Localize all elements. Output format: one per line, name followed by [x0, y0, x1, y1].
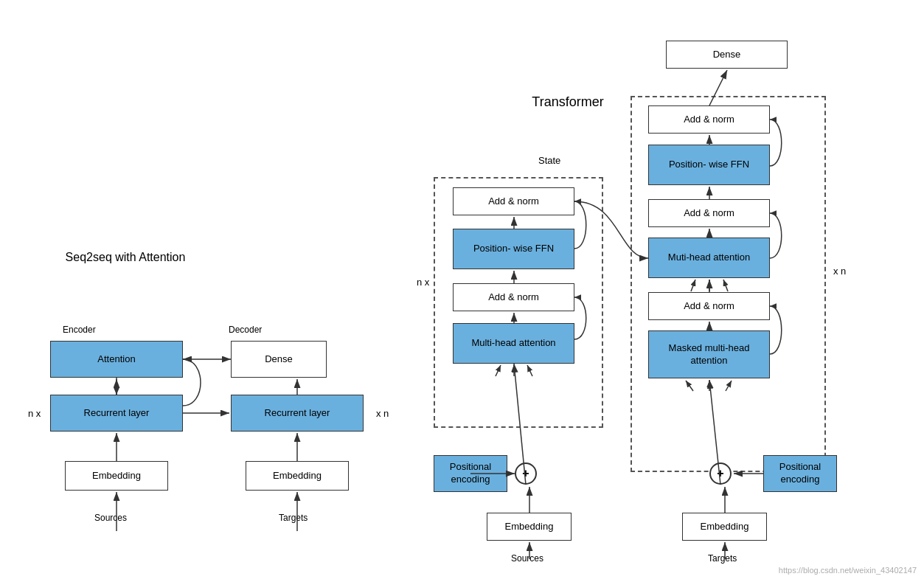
dec-add-norm3: Add & norm [648, 105, 770, 134]
enc-position-ffn: Position- wise FFN [453, 229, 574, 269]
embedding-enc: Embedding [65, 461, 168, 491]
diagram-container: Seq2seq with Attention Encoder Decoder n… [0, 0, 924, 582]
dec-embedding: Embedding [682, 513, 767, 541]
dec-multi-head: Muti-head attention [648, 238, 770, 278]
enc-embedding: Embedding [487, 513, 572, 541]
state-label: State [538, 155, 560, 166]
dec-positional: Positional encoding [763, 455, 837, 492]
seq2seq-sources: Sources [94, 513, 127, 523]
recurrent-dec: Recurrent layer [231, 395, 364, 432]
watermark: https://blog.csdn.net/weixin_43402147 [779, 566, 917, 575]
enc-positional: Positional encoding [434, 455, 507, 492]
embedding-dec: Embedding [246, 461, 349, 491]
recurrent-enc: Recurrent layer [50, 395, 183, 432]
decoder-label: Decoder [229, 325, 262, 335]
dec-add-norm1: Add & norm [648, 292, 770, 320]
dec-dense: Dense [666, 41, 788, 69]
enc-add-norm1: Add & norm [453, 283, 574, 311]
transformer-xn: x n [833, 266, 846, 277]
seq2seq-nx: n x [28, 408, 41, 419]
transformer-targets: Targets [708, 553, 737, 564]
transformer-sources: Sources [511, 553, 543, 564]
encoder-label: Encoder [63, 325, 96, 335]
seq2seq-dense: Dense [231, 341, 327, 378]
dec-add-norm2: Add & norm [648, 199, 770, 227]
seq2seq-xn: x n [376, 408, 389, 419]
enc-plus-circle: + [515, 463, 537, 485]
dec-masked-multi-head: Masked multi-head attention [648, 330, 770, 378]
enc-add-norm2: Add & norm [453, 187, 574, 215]
attention-box: Attention [50, 341, 183, 378]
transformer-title: Transformer [494, 94, 642, 110]
transformer-nx: n x [417, 277, 429, 288]
seq2seq-title: Seq2seq with Attention [22, 251, 229, 264]
seq2seq-targets: Targets [279, 513, 308, 523]
dec-plus-circle: + [709, 463, 732, 485]
dec-position-ffn: Position- wise FFN [648, 145, 770, 185]
enc-multi-head: Multi-head attention [453, 323, 574, 364]
